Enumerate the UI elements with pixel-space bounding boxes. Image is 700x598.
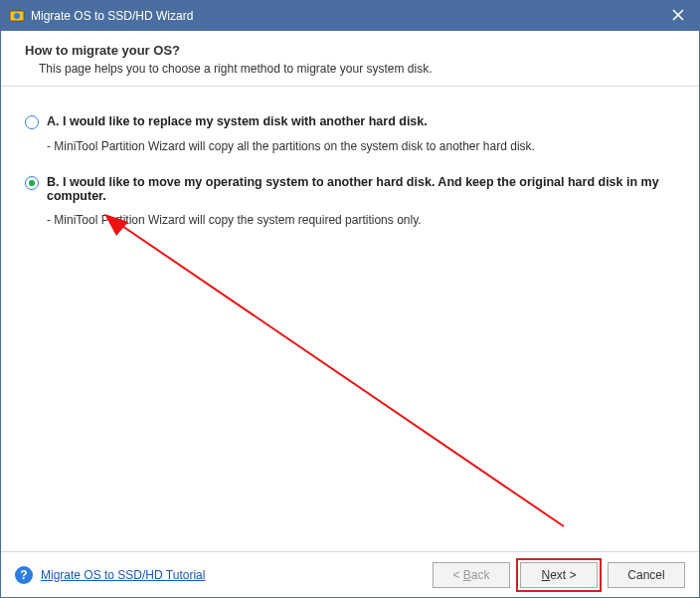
- cancel-button[interactable]: Cancel: [608, 562, 685, 588]
- wizard-header: How to migrate your OS? This page helps …: [1, 31, 699, 87]
- app-icon: [9, 8, 25, 24]
- option-b-label: B. I would like to move my operating sys…: [47, 175, 675, 203]
- svg-line-2: [116, 222, 564, 526]
- close-icon[interactable]: [665, 8, 691, 24]
- next-button-highlight: Next >: [516, 558, 602, 592]
- window-title: Migrate OS to SSD/HD Wizard: [31, 9, 665, 23]
- wizard-window: Migrate OS to SSD/HD Wizard How to migra…: [0, 0, 700, 598]
- help-icon[interactable]: ?: [15, 566, 33, 584]
- wizard-footer: ? Migrate OS to SSD/HD Tutorial < Back N…: [1, 551, 699, 597]
- page-title: How to migrate your OS?: [25, 43, 675, 58]
- annotation-arrow: [98, 208, 576, 539]
- option-b-desc: - MiniTool Partition Wizard will copy th…: [47, 213, 675, 227]
- page-subtitle: This page helps you to choose a right me…: [25, 62, 675, 76]
- next-button[interactable]: Next >: [520, 562, 598, 588]
- wizard-body: A. I would like to replace my system dis…: [1, 87, 699, 551]
- option-a-desc: - MiniTool Partition Wizard will copy al…: [47, 139, 675, 153]
- option-b[interactable]: B. I would like to move my operating sys…: [25, 175, 675, 203]
- back-button: < Back: [433, 562, 510, 588]
- titlebar: Migrate OS to SSD/HD Wizard: [1, 1, 699, 31]
- tutorial-link[interactable]: Migrate OS to SSD/HD Tutorial: [41, 568, 205, 582]
- option-a[interactable]: A. I would like to replace my system dis…: [25, 114, 675, 129]
- option-a-label: A. I would like to replace my system dis…: [47, 114, 428, 128]
- radio-a[interactable]: [25, 115, 39, 129]
- svg-point-1: [14, 13, 20, 19]
- radio-b[interactable]: [25, 176, 39, 190]
